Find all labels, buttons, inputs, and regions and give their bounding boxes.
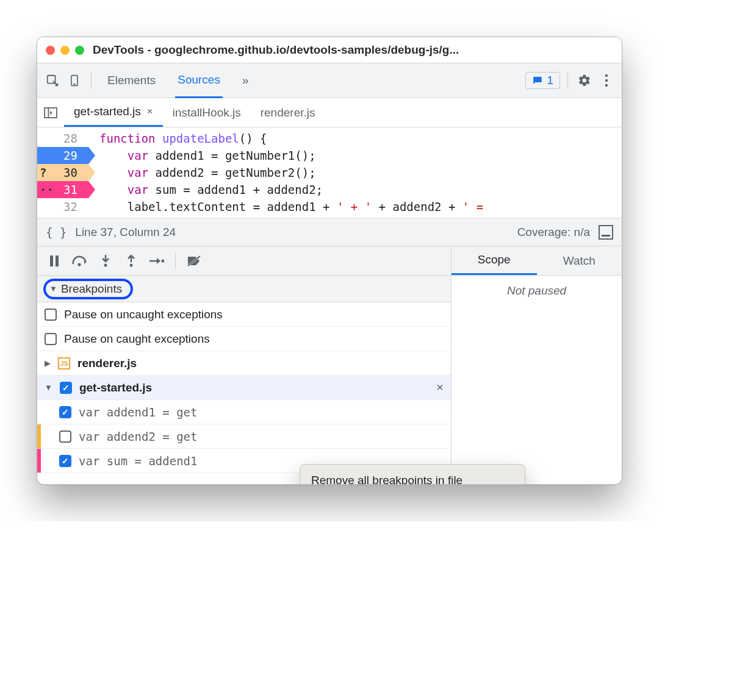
step-out-icon[interactable] xyxy=(120,250,142,272)
chevron-down-icon[interactable]: ▼ xyxy=(45,383,52,392)
minimize-window-button[interactable] xyxy=(60,46,70,55)
breakpoints-label-highlight: ▼ Breakpoints xyxy=(43,279,133,299)
line-number[interactable]: 28 xyxy=(37,130,88,147)
svg-point-4 xyxy=(605,79,608,82)
code-line: var sum = addend1 + addend2; xyxy=(99,181,622,198)
logpoint-stripe xyxy=(37,449,41,473)
coverage-status: Coverage: n/a xyxy=(517,226,590,239)
left-pane: ▼ Breakpoints Pause on uncaught exceptio… xyxy=(37,246,451,484)
line-number-breakpoint[interactable]: 29 xyxy=(37,147,88,164)
kebab-menu-icon[interactable] xyxy=(597,71,616,90)
cursor-position: Line 37, Column 24 xyxy=(75,226,176,239)
deactivate-breakpoints-icon[interactable] xyxy=(183,250,205,272)
scope-body: Not paused xyxy=(451,276,622,484)
panel-tabs: Elements Sources » xyxy=(105,63,251,98)
step-icon[interactable] xyxy=(146,250,168,272)
more-tabs-button[interactable]: » xyxy=(240,63,251,98)
js-file-icon: JS xyxy=(58,357,70,370)
svg-point-14 xyxy=(162,259,165,262)
breakpoint-item[interactable]: var addend2 = get xyxy=(37,424,451,449)
line-number[interactable]: 32 xyxy=(37,198,88,215)
tab-sources[interactable]: Sources xyxy=(175,63,223,98)
scope-watch-tabs: Scope Watch xyxy=(451,246,622,276)
device-toolbar-icon[interactable] xyxy=(65,71,84,90)
code-line: var addend2 = getNumber2(); xyxy=(99,164,622,181)
debugger-toolbar xyxy=(37,246,451,276)
separator xyxy=(567,72,568,89)
code-line: var addend1 = getNumber1(); xyxy=(99,147,622,164)
issues-badge[interactable]: 1 xyxy=(525,72,560,89)
zoom-window-button[interactable] xyxy=(75,46,84,55)
checkbox[interactable] xyxy=(45,333,57,345)
svg-point-5 xyxy=(605,84,608,87)
breakpoint-item[interactable]: var addend1 = get xyxy=(37,400,451,424)
right-pane: Scope Watch Not paused xyxy=(451,246,622,484)
code-editor[interactable]: 28 29 ?30 ··31 32 function updateLabel()… xyxy=(37,127,622,218)
svg-point-11 xyxy=(104,263,107,266)
ctx-remove-all-in-file[interactable]: Remove all breakpoints in file xyxy=(300,468,525,485)
file-tab-renderer[interactable]: renderer.js xyxy=(251,98,325,127)
checkbox[interactable] xyxy=(60,382,72,394)
pause-uncaught-row[interactable]: Pause on uncaught exceptions xyxy=(37,302,451,327)
checkbox[interactable] xyxy=(59,406,71,418)
close-tab-icon[interactable]: × xyxy=(147,105,153,118)
breakpoints-label: Breakpoints xyxy=(61,282,122,296)
pause-resume-icon[interactable] xyxy=(43,250,65,272)
window-controls xyxy=(46,46,84,55)
file-tabs: get-started.js × installHook.js renderer… xyxy=(37,98,622,127)
line-number-logpoint[interactable]: ··31 xyxy=(37,181,88,198)
settings-gear-icon[interactable] xyxy=(575,71,594,90)
step-over-icon[interactable] xyxy=(69,250,91,272)
checkbox[interactable] xyxy=(59,430,71,443)
separator xyxy=(91,72,92,89)
context-menu: Remove all breakpoints in file Disable a… xyxy=(300,464,525,485)
svg-rect-9 xyxy=(56,255,59,266)
tab-scope[interactable]: Scope xyxy=(451,246,537,275)
tab-elements[interactable]: Elements xyxy=(105,63,158,98)
issues-count: 1 xyxy=(547,74,553,87)
titlebar: DevTools - googlechrome.github.io/devtoo… xyxy=(37,37,622,63)
step-into-icon[interactable] xyxy=(95,250,117,272)
checkbox[interactable] xyxy=(45,309,57,321)
inspect-element-icon[interactable] xyxy=(43,71,62,90)
file-tab-get-started[interactable]: get-started.js × xyxy=(64,98,163,127)
checkbox[interactable] xyxy=(59,455,71,467)
tab-watch[interactable]: Watch xyxy=(537,246,622,275)
code-lines[interactable]: function updateLabel() { var addend1 = g… xyxy=(88,127,622,218)
breakpoints-section-header[interactable]: ▼ Breakpoints xyxy=(37,276,451,302)
file-tab-installhook[interactable]: installHook.js xyxy=(163,98,251,127)
line-gutter[interactable]: 28 29 ?30 ··31 32 xyxy=(37,127,88,218)
code-line: function updateLabel() { xyxy=(99,130,622,147)
svg-point-12 xyxy=(130,263,133,266)
svg-point-3 xyxy=(605,74,608,77)
window-title: DevTools - googlechrome.github.io/devtoo… xyxy=(93,43,459,57)
coverage-toggle-icon[interactable] xyxy=(599,225,613,240)
chevron-down-icon: ▼ xyxy=(49,284,57,293)
breakpoint-file-renderer[interactable]: ▶ JS renderer.js xyxy=(37,351,451,376)
main-toolbar: Elements Sources » 1 xyxy=(37,63,622,98)
remove-file-breakpoints-icon[interactable]: × xyxy=(436,380,444,395)
line-number-conditional-breakpoint[interactable]: ?30 xyxy=(37,164,88,181)
conditional-stripe xyxy=(37,424,41,448)
svg-rect-8 xyxy=(50,255,53,266)
close-window-button[interactable] xyxy=(46,46,55,55)
editor-statusbar: { } Line 37, Column 24 Coverage: n/a xyxy=(37,218,622,246)
debugger-panels: ▼ Breakpoints Pause on uncaught exceptio… xyxy=(37,246,622,484)
devtools-window: DevTools - googlechrome.github.io/devtoo… xyxy=(37,37,622,485)
code-line: label.textContent = addend1 + ' + ' + ad… xyxy=(99,198,622,215)
chevron-right-icon[interactable]: ▶ xyxy=(45,359,51,368)
not-paused-label: Not paused xyxy=(507,284,566,298)
pause-caught-row[interactable]: Pause on caught exceptions xyxy=(37,327,451,351)
pretty-print-icon[interactable]: { } xyxy=(46,226,67,239)
navigator-toggle-icon[interactable] xyxy=(37,107,64,118)
breakpoint-file-get-started[interactable]: ▼ get-started.js × xyxy=(37,376,451,400)
svg-point-10 xyxy=(78,263,81,266)
separator xyxy=(175,253,176,269)
